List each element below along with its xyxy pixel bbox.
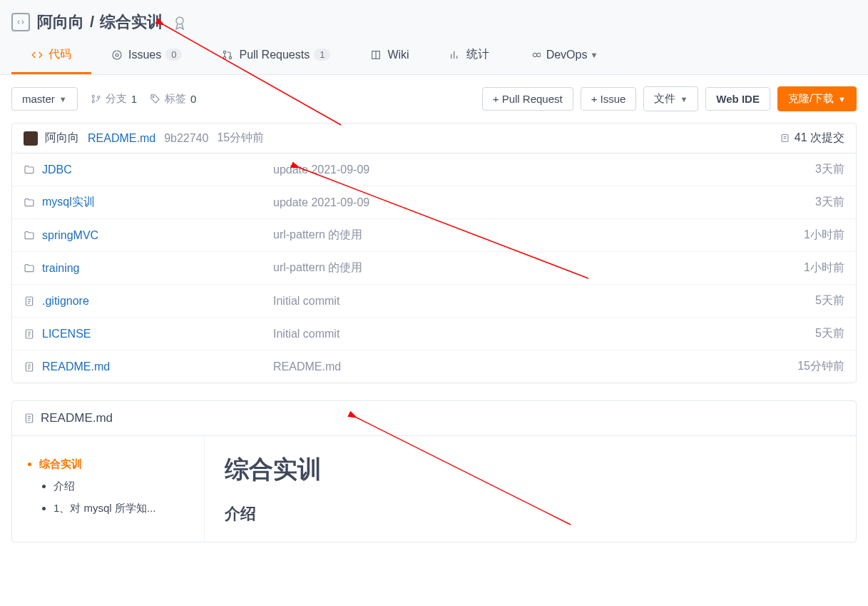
file-name-link[interactable]: springMVC: [42, 229, 98, 242]
file-name-link[interactable]: JDBC: [42, 163, 72, 176]
tab-wiki[interactable]: Wiki: [350, 39, 429, 74]
file-commit-msg[interactable]: Initial commit: [273, 328, 815, 340]
file-row: JDBCupdate 2021-09-093天前: [12, 153, 856, 186]
latest-commit-row: 阿向向 README.md 9b22740 15分钟前 41 次提交: [12, 123, 856, 153]
file-name-link[interactable]: LICENSE: [42, 328, 91, 340]
file-row: trainingurl-pattern 的使用1小时前: [12, 252, 856, 285]
folder-icon: [24, 263, 35, 274]
branch-selector[interactable]: master ▼: [11, 87, 78, 111]
file-icon: [24, 296, 35, 307]
svg-point-1: [113, 51, 121, 59]
commit-message[interactable]: README.md: [88, 132, 155, 145]
tab-code[interactable]: 代码: [11, 39, 91, 74]
svg-point-10: [92, 101, 94, 103]
file-listing-panel: 阿向向 README.md 9b22740 15分钟前 41 次提交 JDBCu…: [11, 123, 857, 383]
commit-time: 15分钟前: [217, 131, 264, 146]
svg-point-4: [224, 56, 226, 59]
devops-icon: [529, 49, 541, 61]
clone-download-button[interactable]: 克隆/下载 ▼: [777, 86, 857, 111]
branches-count: 1: [131, 93, 137, 105]
repo-icon: [11, 13, 30, 31]
file-commit-msg[interactable]: update 2021-09-09: [273, 163, 815, 176]
pr-count: 1: [314, 49, 330, 61]
svg-rect-13: [782, 135, 788, 142]
toc-item[interactable]: 综合实训: [39, 453, 193, 475]
file-row: springMVCurl-pattern 的使用1小时前: [12, 219, 856, 252]
new-pr-button[interactable]: + Pull Request: [482, 87, 573, 111]
history-icon: [780, 133, 790, 143]
tab-issues[interactable]: Issues 0: [91, 39, 202, 74]
file-commit-msg[interactable]: url-pattern 的使用: [273, 261, 804, 276]
file-row: .gitignoreInitial commit5天前: [12, 285, 856, 318]
tab-devops[interactable]: DevOps ▼: [509, 39, 618, 74]
file-time: 5天前: [815, 293, 844, 308]
svg-point-2: [116, 54, 118, 56]
svg-point-9: [92, 95, 94, 97]
file-icon: [24, 361, 35, 373]
commit-sha[interactable]: 9b22740: [164, 132, 208, 145]
commits-count-link[interactable]: 41 次提交: [780, 131, 844, 146]
file-commit-msg[interactable]: Initial commit: [273, 295, 815, 308]
file-commit-msg[interactable]: update 2021-09-09: [273, 196, 815, 209]
svg-point-11: [97, 96, 99, 98]
commit-author[interactable]: 阿向向: [45, 131, 79, 146]
folder-icon: [24, 164, 35, 176]
file-name-link[interactable]: .gitignore: [42, 295, 89, 308]
tab-label: 统计: [466, 47, 489, 62]
file-time: 15分钟前: [797, 359, 844, 374]
file-icon: [24, 413, 35, 424]
file-time: 5天前: [815, 326, 844, 341]
file-name-link[interactable]: training: [42, 262, 79, 275]
file-name-link[interactable]: README.md: [42, 360, 110, 373]
tab-label: DevOps: [546, 49, 588, 61]
code-icon: [31, 49, 43, 61]
web-ide-button[interactable]: Web IDE: [705, 87, 770, 111]
file-name-link[interactable]: mysql实训: [42, 195, 95, 210]
tab-label: 代码: [48, 47, 71, 62]
toc-item[interactable]: 介绍: [53, 475, 193, 498]
file-icon: [24, 328, 35, 340]
folder-icon: [24, 230, 35, 241]
file-row: LICENSEInitial commit5天前: [12, 318, 856, 350]
svg-point-12: [153, 96, 154, 98]
tab-label: Pull Requests: [239, 49, 310, 61]
readme-filename: README.md: [41, 411, 113, 425]
tag-icon: [150, 94, 160, 104]
file-dropdown[interactable]: 文件 ▼: [643, 86, 698, 111]
chevron-down-icon: ▼: [590, 51, 598, 59]
repo-link[interactable]: 综合实训: [100, 11, 163, 33]
file-time: 3天前: [815, 162, 844, 177]
breadcrumb: 阿向向 / 综合实训: [11, 0, 857, 39]
readme-content: 综合实训 介绍: [205, 436, 856, 542]
pr-icon: [222, 49, 233, 61]
tab-label: Issues: [128, 49, 161, 61]
svg-point-0: [176, 17, 183, 24]
new-issue-button[interactable]: + Issue: [581, 87, 637, 111]
tags-count: 0: [190, 93, 196, 105]
branches-link[interactable]: 分支 1: [91, 92, 137, 106]
issues-count: 0: [165, 49, 182, 61]
chevron-down-icon: ▼: [680, 95, 688, 103]
readme-h2: 介绍: [225, 503, 836, 525]
tags-link[interactable]: 标签 0: [150, 92, 196, 106]
toc-item[interactable]: 1、对 mysql 所学知...: [53, 498, 193, 520]
file-time: 3天前: [815, 195, 844, 210]
file-time: 1小时前: [804, 261, 844, 276]
owner-link[interactable]: 阿向向: [37, 11, 84, 33]
chevron-down-icon: ▼: [59, 95, 67, 103]
breadcrumb-separator: /: [90, 13, 94, 31]
branch-icon: [91, 94, 101, 104]
file-commit-msg[interactable]: url-pattern 的使用: [273, 228, 804, 243]
readme-panel: README.md 综合实训介绍1、对 mysql 所学知... 综合实训 介绍: [11, 400, 857, 542]
file-row: README.mdREADME.md15分钟前: [12, 350, 856, 383]
chevron-down-icon: ▼: [838, 95, 846, 103]
svg-point-5: [230, 56, 232, 59]
avatar[interactable]: [24, 131, 38, 146]
tab-label: Wiki: [387, 49, 409, 61]
readme-h1: 综合实训: [225, 453, 836, 486]
stats-icon: [449, 49, 461, 61]
file-commit-msg[interactable]: README.md: [273, 360, 797, 373]
wiki-icon: [370, 49, 382, 61]
tab-stats[interactable]: 统计: [429, 39, 509, 74]
tab-pull-requests[interactable]: Pull Requests 1: [202, 39, 350, 74]
